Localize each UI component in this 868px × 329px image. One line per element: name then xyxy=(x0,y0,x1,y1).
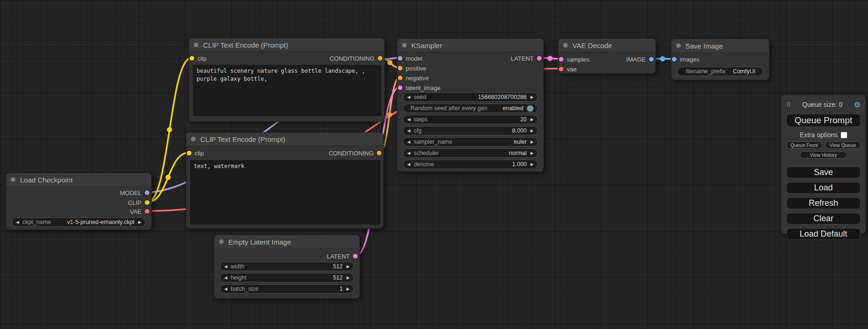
increment-arrow-icon[interactable]: ▶ xyxy=(530,129,534,133)
increment-arrow-icon[interactable]: ▶ xyxy=(530,162,534,167)
node-title-bar[interactable]: KSampler xyxy=(397,39,543,52)
output-port-conditioning-icon[interactable] xyxy=(377,151,381,155)
collapse-dot-icon[interactable] xyxy=(676,43,681,48)
collapse-dot-icon[interactable] xyxy=(219,239,224,244)
view-history-button[interactable]: View History xyxy=(800,151,847,159)
collapse-dot-icon[interactable] xyxy=(11,177,15,182)
node-vae-decode[interactable]: VAE Decode samples IMAGE vae xyxy=(558,38,656,74)
denoise-widget[interactable]: ◀ denoise 1.000 ▶ xyxy=(403,160,538,169)
input-port-model-icon[interactable] xyxy=(398,56,402,61)
extra-options-checkbox[interactable] xyxy=(841,132,847,138)
node-title-bar[interactable]: CLIP Text Encode (Prompt) xyxy=(186,133,383,146)
node-clip-text-encode-positive[interactable]: CLIP Text Encode (Prompt) clip CONDITION… xyxy=(189,38,385,122)
output-port-model-icon[interactable] xyxy=(145,190,149,195)
increment-arrow-icon[interactable]: ▶ xyxy=(346,265,350,269)
input-port-clip-icon[interactable] xyxy=(190,56,194,61)
view-queue-button[interactable]: View Queue xyxy=(825,141,861,149)
output-port-latent-icon[interactable] xyxy=(537,56,542,61)
decrement-arrow-icon[interactable]: ◀ xyxy=(407,95,410,99)
queue-size-label: Queue size: 0 xyxy=(791,101,854,108)
decrement-arrow-icon[interactable]: ◀ xyxy=(224,276,227,280)
load-button[interactable]: Load xyxy=(786,182,861,194)
input-port-latent-image-icon[interactable] xyxy=(398,85,402,90)
node-title-bar[interactable]: VAE Decode xyxy=(558,39,656,52)
collapse-dot-icon[interactable] xyxy=(402,43,407,48)
decrement-arrow-icon[interactable]: ◀ xyxy=(407,129,410,133)
decrement-arrow-icon[interactable]: ◀ xyxy=(407,151,410,155)
widget-label: scheduler xyxy=(414,150,439,156)
output-port-conditioning-icon[interactable] xyxy=(378,56,382,61)
height-widget[interactable]: ◀ height 512 ▶ xyxy=(220,273,354,282)
increment-arrow-icon[interactable]: ▶ xyxy=(530,95,534,99)
node-title-bar[interactable]: Load Checkpoint xyxy=(6,173,151,187)
seed-widget[interactable]: ◀ seed 156680208700286 ▶ xyxy=(403,92,538,102)
increment-arrow-icon[interactable]: ▶ xyxy=(138,220,141,224)
node-title: Save Image xyxy=(685,42,723,50)
output-label-conditioning: CONDITIONING xyxy=(330,55,374,62)
queue-prompt-button[interactable]: Queue Prompt xyxy=(786,114,861,127)
increment-arrow-icon[interactable]: ▶ xyxy=(346,287,350,291)
decrement-arrow-icon[interactable]: ◀ xyxy=(407,118,410,122)
output-port-latent-icon[interactable] xyxy=(353,254,358,259)
positive-prompt-textarea[interactable]: beautiful scenery nature glass bottle la… xyxy=(193,65,381,116)
output-label-model: MODEL xyxy=(120,189,141,196)
node-empty-latent-image[interactable]: Empty Latent Image LATENT ◀ width 512 ▶ … xyxy=(214,235,360,299)
toggle-enabled-icon[interactable] xyxy=(527,105,534,112)
widget-value: 8.000 xyxy=(512,127,527,134)
output-port-vae-icon[interactable] xyxy=(145,209,149,214)
widget-value: 1.000 xyxy=(512,161,527,168)
decrement-arrow-icon[interactable]: ◀ xyxy=(224,287,227,291)
decrement-arrow-icon[interactable]: ◀ xyxy=(224,265,227,269)
decrement-arrow-icon[interactable]: ◀ xyxy=(16,220,19,224)
node-load-checkpoint[interactable]: Load Checkpoint MODEL CLIP VAE ◀ ckpt_na… xyxy=(6,173,152,230)
input-port-clip-icon[interactable] xyxy=(187,151,191,155)
input-port-positive-icon[interactable] xyxy=(398,66,402,70)
clear-button[interactable]: Clear xyxy=(786,213,861,224)
output-port-clip-icon[interactable] xyxy=(145,200,149,205)
steps-widget[interactable]: ◀ steps 20 ▶ xyxy=(403,115,538,124)
gear-icon[interactable]: ⚙ xyxy=(854,100,861,109)
negative-prompt-textarea[interactable]: text, watermark xyxy=(190,160,381,224)
widget-label: denoise xyxy=(414,161,434,168)
collapse-dot-icon[interactable] xyxy=(191,137,196,141)
node-title-bar[interactable]: Save Image xyxy=(671,39,769,53)
node-title-bar[interactable]: CLIP Text Encode (Prompt) xyxy=(189,38,384,52)
width-widget[interactable]: ◀ width 512 ▶ xyxy=(220,262,354,271)
increment-arrow-icon[interactable]: ▶ xyxy=(530,151,534,155)
batch-size-widget[interactable]: ◀ batch_size 1 ▶ xyxy=(220,284,354,294)
node-save-image[interactable]: Save Image images filename_prefix ComfyU… xyxy=(671,39,769,80)
sampler-name-widget[interactable]: ◀ sampler_name euler ▶ xyxy=(403,137,538,147)
collapse-dot-icon[interactable] xyxy=(194,42,198,47)
decrement-arrow-icon[interactable]: ◀ xyxy=(407,140,410,144)
increment-arrow-icon[interactable]: ▶ xyxy=(530,140,534,144)
link-dot-images xyxy=(660,56,665,62)
queue-front-button[interactable]: Queue Front xyxy=(786,141,822,149)
refresh-button[interactable]: Refresh xyxy=(786,197,861,209)
node-title-bar[interactable]: Empty Latent Image xyxy=(214,235,360,249)
increment-arrow-icon[interactable]: ▶ xyxy=(530,118,534,122)
node-graph-canvas[interactable]: Load Checkpoint MODEL CLIP VAE ◀ ckpt_na… xyxy=(0,0,868,329)
collapse-dot-icon[interactable] xyxy=(563,43,568,48)
input-port-vae-icon[interactable] xyxy=(559,67,564,71)
widget-value: 512 xyxy=(333,274,343,281)
input-port-negative-icon[interactable] xyxy=(398,76,402,80)
node-clip-text-encode-negative[interactable]: CLIP Text Encode (Prompt) clip CONDITION… xyxy=(186,132,384,229)
output-port-image-icon[interactable] xyxy=(649,57,654,62)
link-dot-negative xyxy=(387,112,392,118)
output-label-latent: LATENT xyxy=(511,55,534,62)
cfg-widget[interactable]: ◀ cfg 8.000 ▶ xyxy=(403,126,538,135)
input-port-images-icon[interactable] xyxy=(672,57,677,62)
node-ksampler[interactable]: KSampler model LATENT positive negative … xyxy=(397,38,544,172)
ckpt-name-widget[interactable]: ◀ ckpt_name v1-5-pruned-emaonly.ckpt ▶ xyxy=(12,217,146,227)
input-port-samples-icon[interactable] xyxy=(559,57,564,62)
scheduler-widget[interactable]: ◀ scheduler normal ▶ xyxy=(403,148,538,158)
increment-arrow-icon[interactable]: ▶ xyxy=(346,276,350,280)
drag-handle-icon[interactable]: ⠿ xyxy=(786,101,791,108)
filename-prefix-widget[interactable]: filename_prefix ComfyUI xyxy=(677,67,763,76)
link-clip-negative xyxy=(148,153,189,202)
decrement-arrow-icon[interactable]: ◀ xyxy=(407,162,410,167)
save-button[interactable]: Save xyxy=(786,167,861,178)
load-default-button[interactable]: Load Default xyxy=(786,228,861,240)
random-seed-widget[interactable]: Random seed after every gen enabled xyxy=(403,104,538,113)
link-dot-samples xyxy=(548,56,553,61)
